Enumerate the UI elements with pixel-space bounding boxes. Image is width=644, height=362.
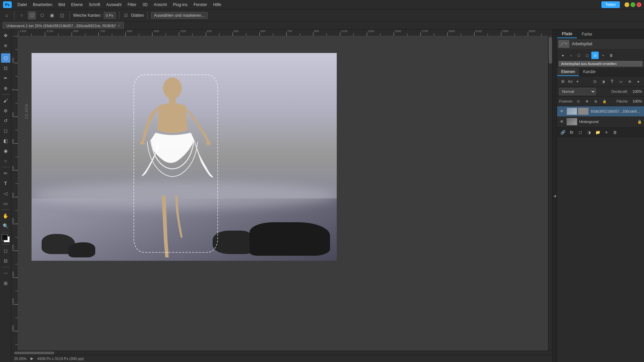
eyedropper-tool[interactable]: ✒ (1, 73, 10, 83)
panel-collapse-btn[interactable]: ◀ (552, 29, 557, 362)
tab-title: Unbenannt-1 bei 25% (93db395218b057...33… (6, 24, 116, 28)
move-tool[interactable]: ✥ (1, 31, 10, 40)
menu-item-fenster[interactable]: Fenster (191, 1, 210, 8)
scrollbar-horizontal[interactable] (11, 351, 552, 355)
add-style-btn[interactable]: fx (568, 129, 575, 136)
menu-item-filter[interactable]: Filter (125, 1, 139, 8)
new-path-btn[interactable]: + (599, 52, 607, 59)
zoom-level: 25.05% (14, 357, 26, 361)
clone-stamp-tool[interactable]: ⊛ (1, 106, 10, 115)
zoom-tool[interactable]: 🔍 (1, 221, 10, 231)
tab-color[interactable]: Farbe (577, 31, 597, 38)
history-brush-tool[interactable]: ↺ (1, 116, 10, 125)
tool-btn-5[interactable]: ◫ (58, 11, 66, 19)
heal-tool[interactable]: ⊕ (1, 83, 10, 93)
menu-item-3d[interactable]: 3D (140, 1, 150, 8)
weiche-kanten-input[interactable] (104, 12, 116, 19)
layer-thumb-mask-0 (578, 108, 589, 115)
share-button[interactable]: Teilen (601, 1, 620, 8)
hand-tool[interactable]: ✋ (1, 211, 10, 221)
layer-visibility-0[interactable]: 👁 (559, 109, 565, 114)
filter-dropdown-btn[interactable]: ▾ (574, 78, 581, 85)
lock-all-btn[interactable]: 🔒 (601, 98, 608, 105)
dodge-tool[interactable]: ○ (1, 156, 10, 166)
auswaehlen-maskieren-btn[interactable]: Auswählen und maskieren... (151, 12, 208, 19)
crop-tool[interactable]: ⊡ (1, 63, 10, 73)
foreground-color-swatch[interactable] (2, 234, 8, 240)
layer-row-1[interactable]: 👁 Hintergrund 🔒 (557, 117, 644, 127)
menu-item-ansicht[interactable]: Ansicht (151, 1, 169, 8)
layer-visibility-1[interactable]: 👁 (559, 119, 565, 124)
canvas-workspace[interactable]: 25.05% (18, 36, 548, 351)
blur-tool[interactable]: ◉ (1, 146, 10, 156)
window-maximize[interactable]: □ (631, 2, 635, 7)
polygonal-lasso-btn[interactable]: ⬡ (28, 11, 36, 19)
toggle-tools-btn[interactable]: ⊞ (1, 279, 10, 288)
tab-paths[interactable]: Pfade (557, 30, 577, 38)
tab-kanaele[interactable]: Kanäle (579, 68, 599, 76)
magnetic-lasso-btn[interactable]: ⬡ (38, 11, 46, 19)
selection-tool[interactable]: ⬡ (1, 53, 10, 63)
home-button[interactable]: ⌂ (3, 11, 11, 19)
scrollbar-vertical[interactable] (548, 36, 552, 351)
document-tab[interactable]: Unbenannt-1 bei 25% (93db395218b057...33… (3, 22, 124, 29)
smart-filter-btn[interactable]: ⊕ (626, 78, 633, 85)
pen-tool[interactable]: ✏ (1, 169, 10, 178)
mask-mode-btn[interactable]: ◻ (1, 246, 10, 255)
lock-artboard-btn[interactable]: ⊞ (592, 98, 599, 105)
shape-tool[interactable]: ▭ (1, 199, 10, 208)
left-toolbar-sep-5 (2, 232, 10, 232)
pixel-filter-btn[interactable]: ⊡ (591, 78, 598, 85)
left-toolbar-sep-4 (2, 209, 10, 210)
menu-item-datei[interactable]: Datei (15, 1, 30, 8)
selection-from-path-btn[interactable]: ⬡ (575, 52, 583, 59)
brush-tool[interactable]: 🖌 (1, 96, 10, 105)
mask-from-path-btn[interactable]: ◻ (583, 52, 591, 59)
window-minimize[interactable]: − (625, 2, 629, 7)
menu-item-bearbeiten[interactable]: Bearbeiten (30, 1, 55, 8)
artboard-tool[interactable]: ⊞ (1, 41, 10, 50)
lasso-tool-btn[interactable]: ○ (18, 11, 26, 19)
color-swatches[interactable] (1, 234, 10, 243)
arbeitspfad-row[interactable]: Arbeitspfad (557, 39, 644, 49)
path-select-tool[interactable]: ◁ (1, 189, 10, 198)
menu-item-plugins[interactable]: Plug-ins (170, 1, 190, 8)
tab-close-btn[interactable]: × (118, 24, 120, 27)
menu-item-hilfe[interactable]: Hilfe (211, 1, 224, 8)
type-filter-btn[interactable]: T (608, 78, 616, 85)
glaetten-checkbox[interactable]: ☑ (123, 11, 129, 19)
delete-path-btn[interactable]: 🗑 (607, 52, 615, 59)
lock-pixel-btn[interactable]: ⊡ (575, 98, 582, 105)
add-group-btn[interactable]: 📁 (594, 129, 601, 136)
toggle-filter-btn[interactable]: ● (635, 78, 642, 85)
window-close[interactable]: × (637, 2, 641, 7)
eraser-tool[interactable]: ◻ (1, 126, 10, 135)
tool-btn-4[interactable]: ▣ (48, 11, 56, 19)
add-mask-btn[interactable]: ◻ (577, 129, 584, 136)
fill-path-btn[interactable]: ● (559, 52, 567, 59)
lock-move-btn[interactable]: ✥ (583, 98, 591, 105)
shape-filter-btn[interactable]: ▭ (617, 78, 625, 85)
menu-item-auswahl[interactable]: Auswahl (104, 1, 124, 8)
status-arrow[interactable]: ▶ (31, 356, 33, 361)
filter-kind-btn[interactable]: ⊞ (559, 78, 567, 85)
document-size-info: 4936 Px x 3119 Px (300 ppi) (37, 357, 84, 361)
gradient-tool[interactable]: ◧ (1, 136, 10, 145)
delete-layer-btn[interactable]: 🗑 (611, 129, 619, 136)
menu-item-bild[interactable]: Bild (56, 1, 68, 8)
adj-filter-btn[interactable]: ◑ (600, 78, 607, 85)
arbeitspfad-label: Arbeitspfad (572, 42, 592, 46)
stroke-path-btn[interactable]: ○ (567, 52, 575, 59)
link-layers-btn[interactable]: 🔗 (559, 129, 567, 136)
layer-row-0[interactable]: 👁 93db395218b057...330cde8922cb (557, 106, 644, 117)
tab-ebenen[interactable]: Ebenen (557, 68, 579, 76)
menu-item-ebene[interactable]: Ebene (68, 1, 86, 8)
path-from-selection-btn[interactable]: ⊙ (591, 52, 599, 59)
type-tool[interactable]: T (1, 179, 10, 188)
blend-mode-select[interactable]: Normal (559, 88, 596, 95)
add-adjustment-btn[interactable]: ◑ (585, 129, 593, 136)
screen-mode-btn[interactable]: ⊟ (1, 256, 10, 265)
extra-tools-btn[interactable]: ⋯ (1, 268, 10, 278)
new-layer-btn[interactable]: + (603, 129, 610, 136)
menu-item-schrift[interactable]: Schrift (86, 1, 103, 8)
